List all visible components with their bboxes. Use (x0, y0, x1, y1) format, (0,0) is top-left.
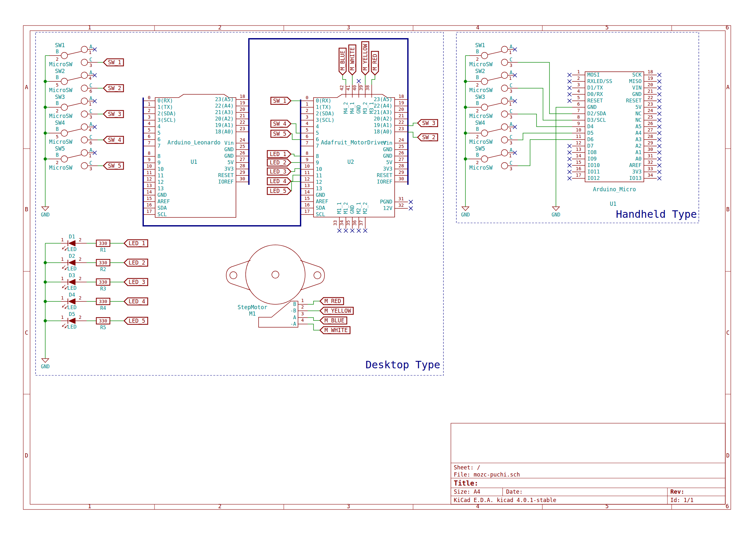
switch-lever[interactable] (68, 129, 81, 132)
global-label-M_YELLOW[interactable]: M_YELLOW (320, 307, 353, 314)
switch-pin-a-circle[interactable] (81, 124, 88, 130)
switch-pin-a-circle[interactable] (501, 98, 508, 104)
global-label-SW_5[interactable]: SW_5 (271, 130, 291, 137)
switch-lever[interactable] (68, 51, 81, 55)
switch-pin-b-circle[interactable] (481, 78, 488, 85)
switch-lever[interactable] (68, 77, 81, 80)
global-label-SW_2[interactable]: SW_2 (103, 85, 124, 92)
gnd-symbol[interactable]: GND (41, 207, 49, 218)
wire[interactable] (291, 182, 301, 191)
led-triangle[interactable] (69, 279, 75, 285)
global-label-SW_1[interactable]: SW_1 (271, 97, 291, 104)
wire[interactable] (291, 175, 301, 181)
wire[interactable] (291, 154, 301, 156)
switch-pin-b-circle[interactable] (61, 52, 68, 59)
switch-SW4[interactable]: SW4MicroSWB5A4C6 (45, 120, 103, 145)
switch-SW2[interactable]: SW2MicroSWB5A4C6 (45, 68, 103, 94)
global-label-LED_2[interactable]: LED_2 (267, 159, 291, 166)
switch-pin-c-circle[interactable] (501, 85, 508, 92)
wire[interactable] (556, 107, 572, 207)
switch-SW3[interactable]: SW3MicroSWB2A1C3 (45, 94, 103, 120)
switch-pin-b-circle[interactable] (481, 104, 488, 110)
global-label-SW_1[interactable]: SW_1 (103, 59, 124, 66)
global-label-M_BLUE[interactable]: M_BLUE (339, 48, 346, 75)
gnd-symbol[interactable]: GND (461, 207, 470, 218)
wire[interactable] (518, 140, 572, 166)
switch-pin-c-circle[interactable] (81, 85, 88, 92)
switch-pin-c-circle[interactable] (501, 137, 508, 143)
global-label-M_BLUE[interactable]: M_BLUE (320, 317, 347, 324)
switch-lever[interactable] (488, 129, 502, 132)
global-label-LED_1[interactable]: LED_1 (124, 240, 148, 247)
switch-SW5[interactable]: SW5MicroSWB2A1C3 (45, 145, 103, 171)
wire[interactable] (308, 324, 320, 330)
led-row-D3[interactable]: 12D3LED330R3 (45, 272, 124, 292)
switch-pin-c-circle[interactable] (81, 111, 88, 117)
switch-pin-c-circle[interactable] (501, 59, 508, 66)
switch-pin-c-circle[interactable] (81, 162, 88, 169)
led-triangle[interactable] (69, 318, 75, 324)
wire[interactable] (308, 318, 320, 321)
motor-body-circle[interactable] (246, 245, 305, 304)
global-label-LED_5[interactable]: LED_5 (267, 187, 291, 194)
global-label-LED_5[interactable]: LED_5 (124, 317, 148, 324)
global-label-M_WHITE[interactable]: M_WHITE (320, 326, 350, 334)
component-Arduino_Micro[interactable]: Arduino_MicroU11MOSI2RXLED/SS3D1/TX4D0/R… (572, 69, 657, 207)
wire[interactable] (291, 169, 301, 172)
switch-pin-b-circle[interactable] (61, 156, 68, 162)
led-row-D2[interactable]: 12D2LED330R2 (45, 253, 124, 272)
switch-pin-c-circle[interactable] (81, 59, 88, 66)
global-label-SW_3[interactable]: SW_3 (103, 110, 124, 118)
switch-pin-a-circle[interactable] (81, 98, 88, 104)
switch-pin-b-circle[interactable] (61, 104, 68, 110)
wire[interactable] (308, 301, 320, 304)
switch-SW5[interactable]: SW5MicroSWB2A1C3 (465, 145, 518, 171)
global-label-LED_4[interactable]: LED_4 (267, 178, 291, 185)
switch-pin-a-circle[interactable] (81, 150, 88, 156)
wire[interactable] (518, 133, 572, 140)
switch-SW3[interactable]: SW3MicroSWB2A1C3 (465, 94, 518, 120)
component-Arduino_Leonardo[interactable]: Arduino_LeonardoU100(RX)11(TX)22(SDA)33(… (143, 94, 249, 217)
switch-pin-b-circle[interactable] (481, 52, 488, 59)
switch-lever[interactable] (488, 77, 502, 80)
led-row-D1[interactable]: 12D1LED330R1 (45, 234, 124, 253)
global-label-SW_4[interactable]: SW_4 (271, 120, 291, 127)
gnd-symbol[interactable]: GND (41, 359, 49, 370)
switch-lever[interactable] (488, 155, 502, 158)
global-label-M_YELLOW[interactable]: M_YELLOW (362, 42, 369, 75)
wire[interactable] (291, 124, 301, 133)
led-triangle[interactable] (69, 298, 75, 304)
switch-lever[interactable] (68, 103, 81, 106)
global-label-LED_2[interactable]: LED_2 (124, 259, 148, 266)
led-triangle[interactable] (69, 240, 75, 246)
component-StepMotor[interactable]: StepMotorM11B2-B3A4-A (226, 245, 325, 327)
global-label-LED_3[interactable]: LED_3 (267, 168, 291, 175)
switch-SW1[interactable]: SW1MicroSWB2A1C3 (465, 42, 518, 68)
switch-pin-c-circle[interactable] (501, 111, 508, 117)
switch-lever[interactable] (68, 155, 81, 158)
switch-pin-b-circle[interactable] (481, 156, 488, 162)
gnd-symbol[interactable]: GND (551, 207, 560, 218)
switch-pin-a-circle[interactable] (81, 46, 88, 53)
global-label-SW_4[interactable]: SW_4 (103, 136, 124, 143)
global-label-M_RED[interactable]: M_RED (371, 51, 378, 75)
switch-lever[interactable] (488, 51, 502, 55)
switch-pin-a-circle[interactable] (501, 72, 508, 78)
switch-SW1[interactable]: SW1MicroSWB2A1C3 (45, 42, 103, 68)
global-label-LED_1[interactable]: LED_1 (267, 151, 291, 158)
switch-pin-b-circle[interactable] (61, 78, 68, 85)
global-label-SW_5[interactable]: SW_5 (103, 162, 124, 169)
global-label-LED_3[interactable]: LED_3 (124, 278, 148, 286)
switch-pin-a-circle[interactable] (81, 72, 88, 78)
global-label-LED_4[interactable]: LED_4 (124, 298, 148, 305)
global-label-M_RED[interactable]: M_RED (320, 297, 344, 305)
switch-pin-a-circle[interactable] (501, 46, 508, 53)
wire[interactable] (372, 75, 375, 85)
switch-pin-c-circle[interactable] (501, 162, 508, 169)
switch-pin-b-circle[interactable] (481, 130, 488, 136)
wire[interactable] (408, 123, 418, 126)
led-triangle[interactable] (69, 260, 75, 266)
wire[interactable] (291, 134, 301, 140)
switch-pin-a-circle[interactable] (501, 124, 508, 130)
switch-SW4[interactable]: SW4MicroSWB2A1C3 (465, 120, 518, 145)
